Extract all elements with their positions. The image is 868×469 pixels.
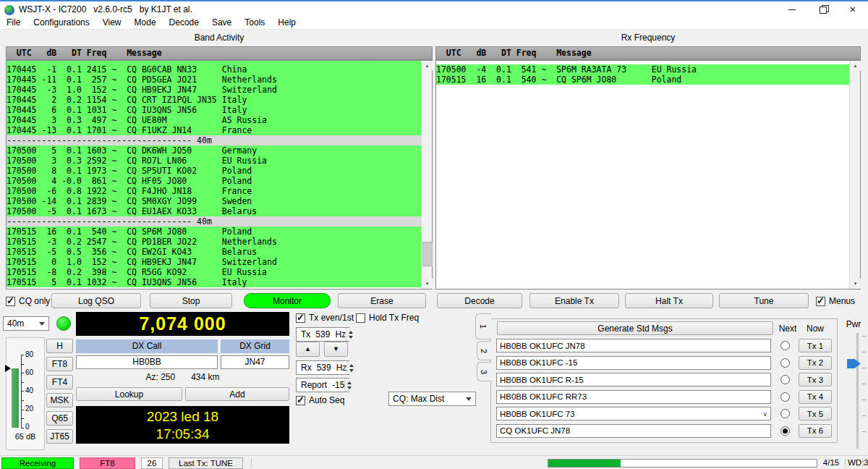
decode-row[interactable]: ------------------------------------- 40… [7, 216, 421, 227]
decode-row[interactable]: 170445 2 0.2 1154 ~ CQ CRT IZ1PQL JN35 I… [7, 95, 421, 105]
decode-button[interactable]: Decode [437, 293, 522, 308]
rx-frequency-scrollbar[interactable]: ▲ ▼ [849, 61, 860, 289]
tune-button[interactable]: Tune [719, 293, 809, 308]
menu-item[interactable]: Decode [163, 17, 205, 29]
decode-row[interactable]: 170500 8 0.1 1973 ~ CQ SP5UTI KO02 Polan… [7, 166, 421, 176]
stop-button[interactable]: Stop [150, 293, 232, 308]
tx-freq-spinbox[interactable]: Tx 539 Hz [296, 327, 349, 342]
scrollbar-thumb[interactable] [422, 242, 433, 266]
decode-row[interactable]: ------------------------------------- 40… [7, 135, 421, 145]
erase-button[interactable]: Erase [338, 293, 426, 308]
menu-item[interactable]: Help [271, 17, 302, 29]
spin-arrows-icon[interactable] [344, 379, 354, 392]
decode-row[interactable]: 170445 3 0.3 497 ~ CQ UE80M AS Russia [7, 115, 421, 125]
dx-call-field[interactable]: HB0BB [76, 355, 218, 369]
next-radio[interactable] [780, 392, 790, 402]
spin-arrows-icon[interactable] [346, 328, 355, 341]
tx-tab[interactable]: 3 [477, 362, 491, 381]
tx-message-row: HB0BB OK1UFC JN78 ∨ Tx 1 [496, 339, 833, 352]
mode-button[interactable]: Q65 [46, 411, 73, 426]
mode-button[interactable]: FT4 [46, 375, 73, 389]
log-qso-button[interactable]: Log QSO [51, 293, 141, 308]
dx-grid-field[interactable]: JN47 [221, 355, 289, 369]
next-radio[interactable] [780, 341, 790, 350]
scroll-down-icon[interactable]: ▼ [850, 279, 861, 289]
next-radio[interactable] [780, 409, 790, 418]
decode-row[interactable]: 170500 -4 0.1 541 ~ SP6M RA3ATA 73 EU Ru… [436, 64, 849, 75]
tx-message-input[interactable]: CQ OK1UFC JN78 ∨ [496, 424, 771, 438]
close-button[interactable]: × [841, 3, 865, 17]
mode-button[interactable]: JT65 [46, 429, 73, 444]
freq-down-button[interactable]: ▼ [324, 342, 348, 357]
tx-now-button[interactable]: Tx 2 [799, 356, 832, 370]
menu-item[interactable]: Save [205, 17, 238, 29]
freq-up-button[interactable]: ▲ [296, 342, 320, 357]
decode-row[interactable]: 170500 -6 0.8 1922 ~ CQ F4JHO JN18 Franc… [7, 186, 421, 196]
spin-arrows-icon[interactable] [346, 361, 356, 374]
decode-row[interactable]: 170515 5 0.1 1032 ~ CQ IU3QNS JN56 Italy [7, 277, 421, 287]
menu-item[interactable]: Mode [128, 17, 163, 29]
add-button[interactable]: Add [185, 387, 289, 401]
tx-now-button[interactable]: Tx 1 [799, 339, 832, 352]
decode-row[interactable]: 170500 5 0.1 1603 ~ CQ DK6WH JO50 German… [7, 145, 421, 156]
mode-button[interactable]: MSK [46, 393, 73, 407]
halt-tx-button[interactable]: Halt Tx [625, 293, 713, 308]
tx-now-button[interactable]: Tx 3 [799, 373, 832, 386]
tx-even-checkbox[interactable]: Tx even/1st [296, 313, 354, 323]
next-radio[interactable] [780, 375, 790, 384]
decode-row[interactable]: 170515 16 0.1 540 ~ CQ SP6M JO80 Poland [7, 227, 421, 237]
report-spinbox[interactable]: Report -15 [296, 378, 349, 392]
minimize-button[interactable] [780, 3, 804, 17]
decode-row[interactable]: 170515 -8 0.2 398 ~ CQ R5GG KO92 EU Russ… [7, 267, 421, 277]
pwr-slider-track[interactable] [856, 333, 859, 449]
hold-tx-freq-checkbox[interactable]: Hold Tx Freq [356, 313, 419, 323]
band-activity-scrollbar[interactable]: ▲ ▼ [421, 61, 432, 289]
menu-item[interactable]: Tools [238, 17, 271, 29]
cq-mode-select[interactable]: CQ: Max Dist [388, 392, 476, 406]
auto-seq-checkbox[interactable]: Auto Seq [296, 395, 344, 405]
monitor-button[interactable]: Monitor [244, 293, 331, 308]
tx-now-button[interactable]: Tx 6 [799, 424, 832, 438]
decode-row[interactable]: 170500 -5 0.1 1673 ~ CQ EU1AEX KO33 Bela… [7, 206, 421, 216]
enable-tx-button[interactable]: Enable Tx [529, 293, 619, 308]
tx-tab[interactable]: 2 [477, 341, 491, 360]
scroll-up-icon[interactable]: ▲ [850, 61, 861, 71]
decode-row[interactable]: 170445 -11 0.1 257 ~ CQ PD5GEA JO21 Neth… [7, 75, 421, 85]
decode-row[interactable]: 170445 -13 0.1 1701 ~ CQ F1UKZ JN14 Fran… [7, 125, 421, 135]
decode-row[interactable]: 170500 3 0.3 2592 ~ CQ RO7L LN06 EU Russ… [7, 156, 421, 166]
decode-row[interactable]: 170445 -3 1.0 152 ~ CQ HB9EKJ JN47 Switz… [7, 85, 421, 95]
decode-row[interactable]: 170515 -3 0.2 2547 ~ CQ PD1BER JO22 Neth… [7, 237, 421, 247]
next-radio[interactable] [780, 358, 790, 368]
decode-row[interactable]: 170515 -5 0.5 356 ~ CQ EW2GI KO43 Belaru… [7, 247, 421, 257]
rx-freq-spinbox[interactable]: Rx 539 Hz [296, 360, 349, 375]
decode-row[interactable]: 170445 6 0.1 1031 ~ CQ IU3QNS JN56 Italy [7, 105, 421, 115]
tx-now-button[interactable]: Tx 4 [799, 390, 832, 404]
scroll-up-icon[interactable]: ▲ [422, 61, 433, 71]
tx-message-input[interactable]: HB0BB OK1UFC -15 ∨ [496, 356, 771, 370]
decode-row[interactable]: 170515 16 0.1 540 ~ CQ SP6M JO80 Poland [436, 75, 849, 85]
pwr-slider-handle[interactable] [847, 359, 861, 368]
next-radio[interactable] [780, 426, 790, 436]
tx-now-button[interactable]: Tx 5 [799, 407, 832, 421]
tx-message-input[interactable]: HB0BB OK1UFC 73 ∨ [496, 407, 771, 421]
band-select[interactable]: 40m [3, 316, 49, 331]
decode-row[interactable]: 170500 4 -0.0 861 ~ CQ HF0S JO80 Poland [7, 176, 421, 186]
restore-button[interactable] [810, 3, 835, 17]
decode-row[interactable]: 170445 -1 0.1 2415 ~ CQ BG0CAB NN33 Chin… [7, 64, 421, 75]
decode-row[interactable]: 170515 0 1.0 152 ~ CQ HB9EKJ JN47 Switze… [7, 257, 421, 267]
menus-checkbox[interactable]: Menus [816, 296, 855, 306]
cq-only-checkbox[interactable]: CQ only [6, 296, 50, 306]
decode-row[interactable]: 170500 -14 0.1 2839 ~ CQ SM0XGY JO99 Swe… [7, 196, 421, 206]
tx-tab[interactable]: 1 [475, 313, 491, 339]
tx-message-input[interactable]: HB0BB OK1UFC RR73 ∨ [496, 390, 771, 404]
generate-std-msgs-button[interactable]: Generate Std Msgs [497, 321, 773, 335]
menu-item[interactable]: Configurations [27, 17, 95, 29]
mode-button[interactable]: H [46, 339, 73, 353]
menu-item[interactable]: View [96, 17, 128, 29]
menu-item[interactable]: File [0, 17, 27, 29]
scroll-down-icon[interactable]: ▼ [422, 279, 433, 289]
mode-button[interactable]: FT8 [46, 357, 73, 371]
tx-message-input[interactable]: HB0BB OK1UFC R-15 ∨ [496, 373, 771, 386]
tx-message-input[interactable]: HB0BB OK1UFC JN78 ∨ [496, 339, 771, 352]
lookup-button[interactable]: Lookup [76, 387, 182, 401]
